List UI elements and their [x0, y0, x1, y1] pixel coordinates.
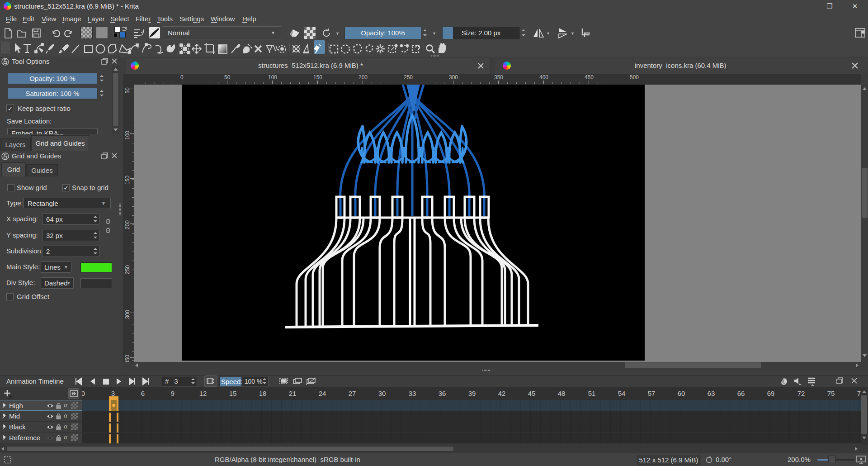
svg-text:21: 21	[289, 390, 297, 397]
svg-text:63: 63	[708, 390, 715, 397]
svg-text:54: 54	[618, 390, 626, 397]
svg-text:78: 78	[857, 390, 861, 397]
svg-text:0: 0	[180, 74, 184, 81]
svg-text:50: 50	[224, 74, 231, 81]
svg-text:60: 60	[678, 390, 685, 397]
svg-text:100: 100	[268, 74, 277, 81]
svg-text:39: 39	[468, 390, 476, 397]
svg-text:150: 150	[313, 74, 322, 81]
svg-text:100: 100	[124, 131, 131, 140]
svg-text:42: 42	[498, 390, 506, 397]
svg-text:48: 48	[558, 390, 566, 397]
svg-text:250: 250	[124, 265, 131, 274]
svg-text:450: 450	[585, 74, 594, 81]
svg-text:66: 66	[737, 390, 745, 397]
svg-text:15: 15	[229, 390, 237, 397]
svg-text:0: 0	[82, 390, 85, 397]
svg-text:72: 72	[797, 390, 805, 397]
svg-text:6: 6	[141, 390, 145, 397]
svg-text:400: 400	[539, 74, 548, 81]
svg-text:24: 24	[319, 390, 326, 397]
svg-text:300: 300	[124, 310, 131, 319]
svg-text:51: 51	[588, 390, 596, 397]
svg-text:350: 350	[124, 355, 131, 362]
svg-text:300: 300	[449, 74, 458, 81]
svg-text:69: 69	[767, 390, 775, 397]
svg-text:150: 150	[124, 176, 131, 185]
svg-text:30: 30	[378, 390, 386, 397]
svg-text:50: 50	[124, 87, 131, 94]
svg-text:12: 12	[199, 390, 207, 397]
svg-text:75: 75	[827, 390, 835, 397]
svg-text:57: 57	[648, 390, 656, 397]
svg-text:200: 200	[124, 220, 131, 229]
svg-text:250: 250	[404, 74, 413, 81]
svg-text:350: 350	[494, 74, 503, 81]
svg-text:45: 45	[528, 390, 536, 397]
svg-text:200: 200	[359, 74, 368, 81]
svg-text:9: 9	[171, 390, 175, 397]
svg-text:33: 33	[409, 390, 416, 397]
svg-text:36: 36	[439, 390, 446, 397]
svg-text:27: 27	[349, 390, 356, 397]
svg-text:18: 18	[259, 390, 267, 397]
svg-text:3: 3	[111, 390, 115, 397]
svg-text:500: 500	[630, 74, 639, 81]
